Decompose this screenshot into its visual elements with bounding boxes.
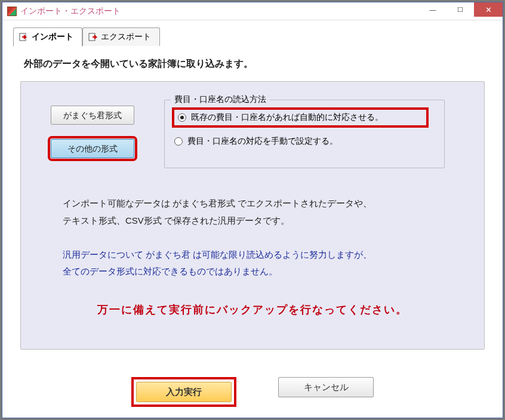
radio-icon <box>178 113 186 122</box>
radio-manual-label: 費目・口座名の対応を手動で設定する。 <box>187 136 338 147</box>
action-row: 入力実行 キャンセル <box>2 377 503 407</box>
app-icon <box>7 7 17 16</box>
tab-import-label: インポート <box>32 32 73 42</box>
tab-export-label: エクスポート <box>101 32 151 42</box>
import-icon <box>19 32 28 42</box>
backup-warning: 万一に備えて実行前にバックアップを行なってください。 <box>21 302 484 317</box>
import-panel: がまぐち君形式 その他の形式 費目・口座名の読込方法 既存の費目・口座名があれば… <box>20 81 485 350</box>
execute-button[interactable]: 入力実行 <box>136 382 232 402</box>
info-line: 汎用データについて がまぐち君 は可能な限り読込めるように努力しますが、 <box>63 246 372 264</box>
tab-export[interactable]: エクスポート <box>82 27 160 46</box>
format-column: がまぐち君形式 その他の形式 <box>51 106 152 172</box>
radio-icon <box>174 137 183 146</box>
info-line: テキスト形式、CSV形式 で保存された汎用データです。 <box>63 212 372 230</box>
execute-highlight: 入力実行 <box>131 377 236 407</box>
radio-auto-match[interactable]: 既存の費目・口座名があれば自動的に対応させる。 <box>172 107 429 128</box>
export-icon <box>88 32 97 42</box>
format-other-button[interactable]: その他の形式 <box>51 139 134 158</box>
tab-import[interactable]: インポート <box>13 27 82 47</box>
minimize-button[interactable]: — <box>419 2 447 17</box>
titlebar: インポート・エクスポート — ☐ ✕ <box>2 2 503 20</box>
window-title: インポート・エクスポート <box>20 6 419 17</box>
radio-auto-label: 既存の費目・口座名があれば自動的に対応させる。 <box>191 112 383 123</box>
import-export-dialog: インポート・エクスポート — ☐ ✕ インポート エクスポート 外部のデータを今… <box>2 2 503 418</box>
radio-manual-match[interactable]: 費目・口座名の対応を手動で設定する。 <box>174 136 438 147</box>
close-button[interactable]: ✕ <box>474 2 503 17</box>
read-method-legend: 費目・口座名の読込方法 <box>171 94 270 105</box>
page-heading: 外部のデータを今開いている家計簿に取り込みます。 <box>24 58 503 70</box>
maximize-button[interactable]: ☐ <box>447 2 474 17</box>
info-text: インポート可能なデータは がまぐち君形式 でエクスポートされたデータや、 テキス… <box>63 195 372 280</box>
tab-bar: インポート エクスポート <box>13 27 503 46</box>
info-line: インポート可能なデータは がまぐち君形式 でエクスポートされたデータや、 <box>63 195 372 212</box>
format-gamaguchi-button[interactable]: がまぐち君形式 <box>51 106 134 125</box>
read-method-group: 費目・口座名の読込方法 既存の費目・口座名があれば自動的に対応させる。 費目・口… <box>164 100 445 168</box>
cancel-button[interactable]: キャンセル <box>278 377 374 397</box>
info-line: 全てのデータ形式に対応できるものではありません。 <box>63 263 372 280</box>
